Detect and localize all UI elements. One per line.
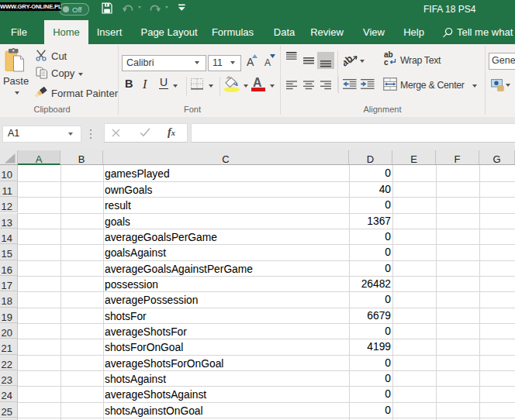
svg-text:c: c [384,58,389,67]
